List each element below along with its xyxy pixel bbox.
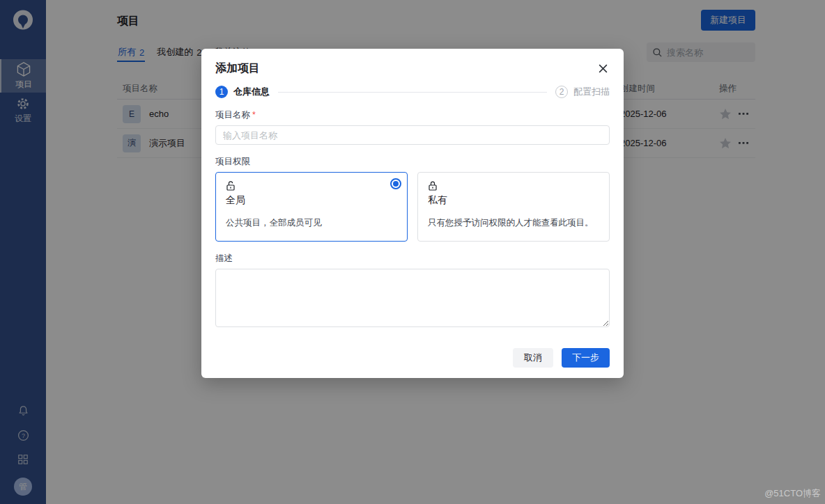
project-name-label: 项目名称*	[215, 109, 610, 121]
step-1-circle: 1	[215, 86, 228, 98]
step-1-label: 仓库信息	[233, 86, 270, 98]
lock-icon	[428, 180, 438, 191]
add-project-modal: 添加项目 1 仓库信息 2 配置扫描 项目名称* 项目权限 全局 公共项目，全部…	[201, 49, 624, 378]
permission-card-global[interactable]: 全局 公共项目，全部成员可见	[215, 172, 408, 242]
step-indicator: 1 仓库信息 2 配置扫描	[215, 86, 610, 98]
close-button[interactable]	[596, 62, 610, 75]
permission-cards: 全局 公共项目，全部成员可见 私有 只有您授予访问权限的人才能查看此项目。	[215, 172, 610, 242]
permission-desc: 只有您授予访问权限的人才能查看此项目。	[428, 217, 599, 229]
project-name-label-text: 项目名称	[215, 110, 250, 120]
description-label: 描述	[215, 253, 610, 265]
cancel-button[interactable]: 取消	[513, 348, 553, 368]
permission-name: 私有	[428, 194, 599, 207]
step-2-circle: 2	[555, 86, 568, 98]
description-textarea[interactable]	[215, 269, 610, 327]
permission-desc: 公共项目，全部成员可见	[226, 217, 397, 229]
required-asterisk: *	[252, 110, 256, 120]
modal-footer: 取消 下一步	[215, 348, 610, 368]
radio-selected[interactable]	[390, 178, 401, 189]
step-2-label: 配置扫描	[573, 86, 610, 98]
unlock-icon	[226, 180, 236, 191]
step-connector-line	[278, 92, 547, 93]
next-step-button[interactable]: 下一步	[562, 348, 610, 368]
permission-card-private[interactable]: 私有 只有您授予访问权限的人才能查看此项目。	[417, 172, 610, 242]
close-icon	[598, 63, 608, 74]
project-name-input[interactable]	[215, 125, 610, 145]
permission-name: 全局	[226, 194, 397, 207]
modal-title: 添加项目	[215, 61, 260, 76]
permission-label: 项目权限	[215, 156, 610, 168]
